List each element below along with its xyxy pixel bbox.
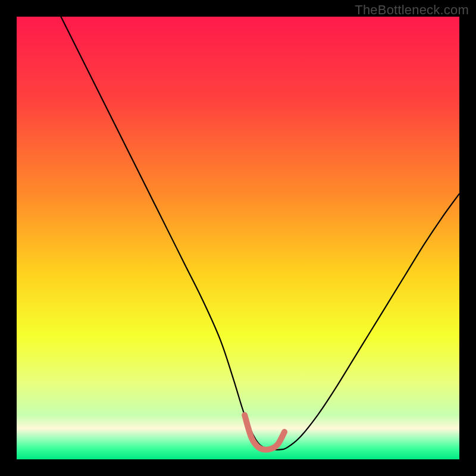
bottleneck-chart bbox=[0, 0, 476, 476]
chart-frame: TheBottleneck.com bbox=[0, 0, 476, 476]
watermark-text: TheBottleneck.com bbox=[355, 2, 469, 18]
